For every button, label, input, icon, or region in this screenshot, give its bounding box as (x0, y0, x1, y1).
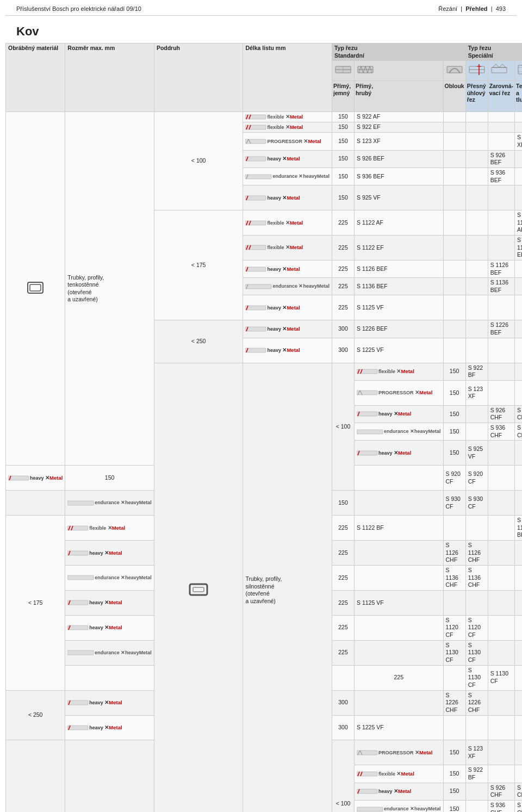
svg-rect-48 (245, 306, 266, 310)
svg-rect-67 (67, 501, 94, 505)
s2-cell (443, 112, 465, 122)
svg-rect-78 (67, 650, 94, 655)
svg-rect-81 (67, 726, 88, 730)
icon-oblouk (443, 61, 465, 81)
svg-rect-25 (245, 115, 266, 119)
col-delka-header: Délka listu mm (243, 44, 332, 112)
label-oblouk: Oblouk (443, 80, 465, 111)
header-right: Řezání | Přehled | 493 (438, 5, 506, 12)
svg-rect-36 (245, 196, 266, 200)
header-left: Příslušenství Bosch pro elektrické nářad… (16, 5, 141, 12)
header-row-1: Obráběný materiál Rozměr max. mm Poddruh… (6, 44, 523, 61)
poddruh-cell: PROGRESSOR ✕Metal (243, 133, 332, 150)
svg-rect-34 (245, 175, 271, 179)
col-material-header: Obráběný materiál (6, 44, 65, 112)
svg-rect-41 (245, 245, 266, 250)
col-spec-header: Typ řezuSpeciální (465, 44, 522, 61)
col-std-header: Typ řezuStandardní (332, 44, 465, 61)
main-table: Obráběný materiál Rozměr max. mm Poddruh… (5, 43, 522, 812)
col-poddruh-header: Poddruh (154, 44, 243, 112)
page-wrapper: Příslušenství Bosch pro elektrické nářad… (0, 0, 522, 812)
rozmer-100: < 100 (154, 112, 243, 210)
icon-tenky (515, 61, 522, 81)
svg-rect-52 (245, 348, 266, 352)
poddruh-cell: endurance ✕heavyMetal (243, 168, 332, 185)
svg-rect-79 (67, 701, 88, 705)
label-primy-jemny: Přímý,jemný (332, 80, 354, 111)
svg-rect-60 (357, 412, 377, 416)
badge-text: flexible ✕Metal (267, 114, 303, 120)
svg-rect-24 (30, 284, 41, 291)
svg-rect-65 (8, 476, 29, 480)
s3-cell (465, 112, 488, 122)
svg-rect-62 (357, 430, 383, 434)
s5-cell (515, 112, 522, 122)
svg-rect-46 (245, 284, 271, 289)
delka-cell: 150 (332, 112, 354, 122)
svg-rect-68 (67, 526, 88, 530)
icon-primy-jemny (332, 61, 354, 81)
poddruh-cell: heavy ✕Metal (243, 150, 332, 168)
icon-zarovnaci (488, 61, 514, 81)
s4-cell (488, 112, 514, 122)
svg-rect-44 (245, 267, 266, 271)
svg-rect-76 (67, 625, 88, 630)
svg-rect-28 (245, 125, 266, 129)
svg-rect-50 (245, 327, 266, 331)
svg-rect-10 (492, 67, 507, 73)
s1-cell: S 922 AF (354, 112, 443, 122)
svg-rect-88 (357, 772, 377, 776)
table-row: Trubky, profily,tenkostěnné(otevřenéa uz… (6, 112, 523, 122)
svg-rect-91 (357, 789, 377, 794)
poddruh-cell: heavy ✕Metal (243, 185, 332, 210)
svg-rect-71 (67, 551, 88, 555)
page-header: Příslušenství Bosch pro elektrické nářad… (5, 0, 517, 16)
label-zarovnaci: Zarovná-vací řez (488, 80, 514, 111)
svg-rect-32 (245, 157, 266, 161)
svg-rect-12 (518, 65, 522, 74)
col-rozmer-header: Rozměr max. mm (65, 44, 154, 112)
icon-presny (465, 61, 488, 81)
material-icon-cell (6, 112, 65, 466)
svg-rect-38 (245, 221, 266, 225)
label-presny: Přesnýúhlovýřez (465, 80, 488, 111)
table-body: Trubky, profily,tenkostěnné(otevřenéa uz… (6, 112, 523, 812)
poddruh-cell: flexible ✕Metal (243, 112, 332, 122)
label-primy-hruby: Přímý,hrubý (354, 80, 443, 111)
svg-rect-63 (357, 451, 377, 455)
svg-rect-5 (447, 66, 462, 73)
section-title: Kov (5, 20, 517, 43)
label-tenky: Tenkýa tlustý (515, 80, 522, 111)
icon-primy-hruby (354, 61, 443, 81)
material-label: Trubky, profily,tenkostěnné(otevřenéa uz… (65, 112, 154, 466)
svg-rect-93 (357, 807, 383, 811)
svg-rect-55 (193, 587, 204, 592)
blade-badge: flexible ✕Metal (245, 113, 330, 121)
poddruh-cell: flexible ✕Metal (243, 122, 332, 133)
svg-rect-73 (67, 575, 94, 580)
svg-rect-56 (357, 369, 377, 374)
svg-rect-54 (190, 584, 207, 595)
svg-rect-74 (67, 600, 88, 605)
